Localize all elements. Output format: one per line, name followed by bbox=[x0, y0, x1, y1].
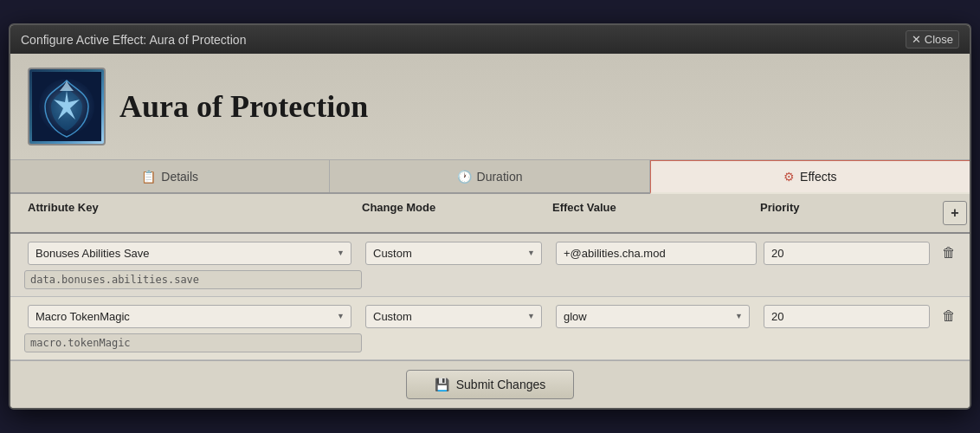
row1-effect-value-input[interactable] bbox=[556, 242, 757, 265]
submit-button[interactable]: 💾 Submit Changes bbox=[406, 370, 575, 399]
effect-title: Aura of Protection bbox=[119, 88, 368, 125]
row1-sub: data.bonuses.abilities.save bbox=[24, 270, 956, 289]
row1-delete-cell: 🗑 bbox=[933, 241, 971, 265]
dialog-configure-active-effect: Configure Active Effect: Aura of Protect… bbox=[9, 23, 971, 410]
row1-change-mode-select[interactable]: Custom Add Multiply Override Upgrade Dow… bbox=[365, 242, 542, 265]
avatar bbox=[28, 68, 106, 145]
duration-icon: 🕐 bbox=[457, 170, 472, 184]
tab-effects[interactable]: ⚙ Effects bbox=[650, 160, 970, 194]
close-button[interactable]: ✕ Close bbox=[906, 30, 959, 48]
row1-effect-value-cell bbox=[552, 242, 760, 265]
row2-effect-value-cell: glow blur fire ice none bbox=[552, 305, 760, 328]
row1-main: Bonuses Abilities Save Custom Add Multip… bbox=[24, 241, 956, 265]
row1-attr-key-wrapper: Bonuses Abilities Save bbox=[28, 242, 351, 265]
row1-change-mode-cell: Custom Add Multiply Override Upgrade Dow… bbox=[362, 242, 552, 265]
table-header: Attribute Key Change Mode Effect Value P… bbox=[10, 194, 970, 234]
row2-delete-button[interactable]: 🗑 bbox=[937, 304, 961, 328]
table-row: Bonuses Abilities Save Custom Add Multip… bbox=[10, 234, 970, 297]
row2-change-mode-cell: Custom Add Multiply Override Upgrade Dow… bbox=[362, 305, 552, 328]
row2-priority-input[interactable] bbox=[764, 305, 930, 328]
row2-main: Macro TokenMagic Custom Add Multiply Ove… bbox=[24, 304, 956, 328]
content-area: Attribute Key Change Mode Effect Value P… bbox=[10, 194, 970, 360]
row1-attr-key-path: data.bonuses.abilities.save bbox=[24, 270, 362, 289]
col-priority: Priority bbox=[760, 201, 933, 225]
tab-duration[interactable]: 🕐 Duration bbox=[330, 160, 649, 192]
submit-icon: 💾 bbox=[435, 378, 449, 391]
row2-attr-key-wrapper: Macro TokenMagic bbox=[28, 305, 351, 328]
row2-change-mode-wrapper: Custom Add Multiply Override Upgrade Dow… bbox=[365, 305, 542, 328]
window-title: Configure Active Effect: Aura of Protect… bbox=[21, 33, 246, 47]
row2-attribute-key-cell: Macro TokenMagic bbox=[24, 305, 362, 328]
row2-sub: macro.tokenMagic bbox=[24, 333, 956, 352]
add-row-button[interactable]: + bbox=[943, 201, 967, 225]
row1-priority-input[interactable] bbox=[764, 242, 930, 265]
header-area: Aura of Protection bbox=[10, 54, 970, 160]
row1-attribute-key-select[interactable]: Bonuses Abilities Save bbox=[28, 242, 351, 265]
details-icon: 📋 bbox=[141, 170, 156, 184]
row2-delete-cell: 🗑 bbox=[933, 304, 971, 328]
col-effect-value: Effect Value bbox=[552, 201, 760, 225]
row2-effect-value-wrapper: glow blur fire ice none bbox=[556, 305, 750, 328]
tab-effects-label: Effects bbox=[800, 170, 837, 184]
col-add: + bbox=[933, 201, 971, 225]
row2-attribute-key-select[interactable]: Macro TokenMagic bbox=[28, 305, 351, 328]
footer: 💾 Submit Changes bbox=[10, 360, 970, 408]
row1-priority-cell bbox=[760, 242, 933, 265]
col-change-mode: Change Mode bbox=[362, 201, 552, 225]
tab-details-label: Details bbox=[161, 170, 198, 184]
row1-attribute-key-cell: Bonuses Abilities Save bbox=[24, 242, 362, 265]
tab-details[interactable]: 📋 Details bbox=[10, 160, 330, 192]
row2-attr-key-path: macro.tokenMagic bbox=[24, 333, 362, 352]
row2-priority-cell bbox=[760, 305, 933, 328]
col-attribute-key: Attribute Key bbox=[24, 201, 362, 225]
tabs: 📋 Details 🕐 Duration ⚙ Effects bbox=[10, 160, 970, 194]
table-row: Macro TokenMagic Custom Add Multiply Ove… bbox=[10, 297, 970, 360]
row2-change-mode-select[interactable]: Custom Add Multiply Override Upgrade Dow… bbox=[365, 305, 542, 328]
tab-duration-label: Duration bbox=[477, 170, 523, 184]
row1-delete-button[interactable]: 🗑 bbox=[937, 241, 961, 265]
titlebar: Configure Active Effect: Aura of Protect… bbox=[10, 25, 970, 54]
row2-effect-value-select[interactable]: glow blur fire ice none bbox=[556, 305, 750, 328]
effects-icon: ⚙ bbox=[783, 170, 795, 184]
row1-change-mode-wrapper: Custom Add Multiply Override Upgrade Dow… bbox=[365, 242, 542, 265]
submit-label: Submit Changes bbox=[456, 378, 546, 391]
